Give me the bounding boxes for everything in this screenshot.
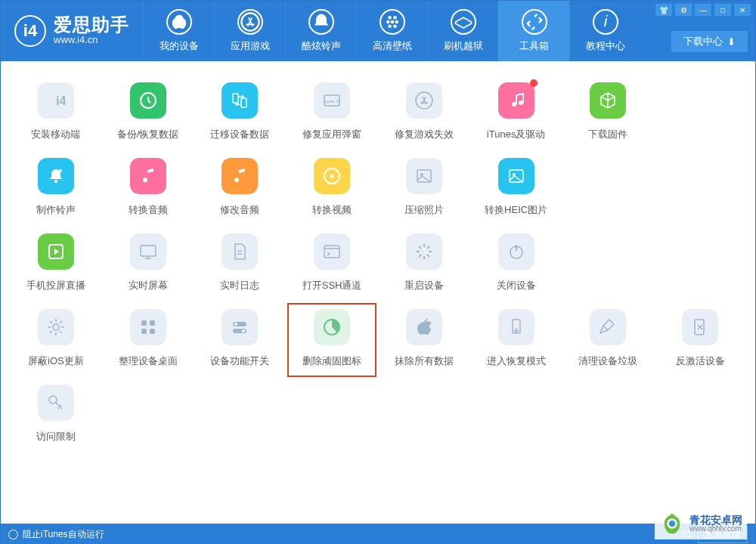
svg-point-20 [143,178,147,182]
tool-deactivate[interactable]: 反激活设备 [654,309,746,368]
tool-make-ringtone[interactable]: 制作铃声 [10,158,102,217]
svg-rect-12 [241,98,246,107]
nav-ringtones[interactable]: 酷炫铃声 [285,1,356,61]
tool-realtime-log[interactable]: 实时日志 [194,233,287,292]
tool-backup-restore[interactable]: 备份/恢复数据 [102,82,194,141]
convert-heic-icon [498,158,534,194]
tool-label: 下载固件 [588,128,627,141]
screen-cast-icon [38,233,74,270]
svg-line-36 [419,255,421,257]
nav-icon [451,9,476,35]
tool-convert-heic[interactable]: 转换HEIC图片 [470,158,562,217]
tool-label: 访问限制 [36,430,76,444]
tool-convert-video[interactable]: 转换视频 [286,158,378,217]
nav-wallpapers[interactable]: 高清壁纸 [356,1,427,61]
download-center-button[interactable]: 下载中心 ⬇ [671,31,748,52]
itunes-driver-icon [498,82,534,119]
realtime-log-icon [222,233,258,270]
watermark: 青花安卓网 www.qhhlv.com [655,508,747,539]
tool-label: 反激活设备 [676,354,725,368]
nav-flash[interactable]: 刷机越狱 [427,1,498,61]
make-ringtone-icon [38,158,74,194]
tool-install-mobile[interactable]: i4安装移动端 [10,82,102,141]
nav-device[interactable]: 我的设备 [143,1,214,61]
svg-rect-11 [233,94,238,103]
tool-label: 实时屏幕 [129,279,168,292]
tool-erase-data[interactable]: 抹除所有数据 [378,309,470,368]
watermark-url: www.qhhlv.com [689,525,742,533]
migrate-data-icon [222,82,258,119]
nav-toolbox[interactable]: 工具箱 [498,1,569,61]
svg-text:i: i [603,12,608,29]
svg-point-2 [390,20,394,24]
theme-icon[interactable]: 👕 [655,4,672,16]
tool-access-restrict[interactable]: 访问限制 [10,385,102,444]
notification-dot-icon [530,79,538,87]
tool-label: 转换HEIC图片 [485,203,547,217]
highlight-box: 删除顽固图标 [287,303,376,377]
nav-icon [237,9,263,35]
svg-point-21 [234,178,239,182]
tool-migrate-data[interactable]: 迁移设备数据 [194,82,287,141]
download-fw-icon [590,82,626,119]
tool-arrange-desktop[interactable]: 整理设备桌面 [102,309,194,368]
svg-rect-50 [150,320,155,326]
nav-tutorials[interactable]: i教程中心 [569,1,640,61]
tool-label: 清理设备垃圾 [578,354,637,368]
tool-label: iTunes及驱动 [487,128,546,141]
tool-shutdown[interactable]: 关闭设备 [470,233,562,292]
svg-point-3 [395,20,398,24]
block-ios-update-icon [38,309,74,345]
tool-edit-audio[interactable]: 修改音频 [194,158,287,217]
svg-line-37 [427,246,429,249]
tool-feature-switch[interactable]: 设备功能开关 [194,309,287,368]
maximize-icon[interactable]: □ [714,4,731,16]
feature-switch-icon [222,309,258,345]
tool-label: 重启设备 [404,279,444,292]
tool-block-ios-update[interactable]: 屏蔽iOS更新 [10,309,102,368]
nav-icon: i [593,9,618,35]
svg-point-18 [54,180,57,183]
tool-label: 备份/恢复数据 [117,128,179,141]
tool-delete-icons[interactable]: 删除顽固图标 [286,309,378,368]
tool-label: 压缩照片 [404,203,444,217]
svg-text:i4: i4 [56,94,66,107]
tool-convert-audio[interactable]: 转换音频 [102,158,194,217]
tool-label: 打开SSH通道 [302,279,362,292]
tool-fix-game[interactable]: 修复游戏失效 [378,82,470,141]
svg-point-54 [234,323,237,326]
nav-label: 教程中心 [586,39,625,53]
radio-icon[interactable] [8,530,18,539]
tool-recovery-mode[interactable]: 进入恢复模式 [470,309,562,368]
tool-download-fw[interactable]: 下载固件 [562,82,655,141]
download-icon: ⬇ [727,36,736,48]
tool-label: 实时日志 [220,279,259,292]
block-itunes-label[interactable]: 阻止iTunes自动运行 [23,528,104,541]
tool-open-ssh[interactable]: 打开SSH通道 [286,233,378,292]
tool-clean-trash[interactable]: 清理设备垃圾 [562,309,655,368]
toolbox-panel: i4安装移动端备份/恢复数据迁移设备数据Apple ID修复应用弹窗修复游戏失效… [1,61,755,524]
tool-itunes-driver[interactable]: iTunes及驱动 [470,82,562,141]
tool-label: 进入恢复模式 [487,354,546,368]
nav-apps[interactable]: 应用游戏 [214,1,285,61]
svg-rect-52 [150,329,155,334]
tool-label: 关闭设备 [497,279,536,292]
tool-label: 转换视频 [312,203,352,217]
main-nav: 我的设备应用游戏酷炫铃声高清壁纸刷机越狱工具箱i教程中心 [143,1,640,61]
arrange-desktop-icon [130,309,166,345]
convert-audio-icon [130,158,166,194]
svg-line-46 [60,331,62,333]
convert-video-icon [314,158,350,194]
close-icon[interactable]: ✕ [734,4,751,16]
tool-label: 制作铃声 [36,203,76,217]
tool-compress-photo[interactable]: 压缩照片 [378,158,470,217]
tool-reboot[interactable]: 重启设备 [378,233,470,292]
svg-line-47 [50,331,52,333]
tool-realtime-screen[interactable]: 实时屏幕 [102,233,194,292]
logo-icon: i4 [14,15,46,47]
settings-icon[interactable]: ⚙ [675,4,692,16]
minimize-icon[interactable]: — [695,4,711,16]
tool-fix-popup[interactable]: Apple ID修复应用弹窗 [286,82,378,141]
tool-screen-cast[interactable]: 手机投屏直播 [10,233,102,292]
tool-label: 屏蔽iOS更新 [28,354,84,368]
